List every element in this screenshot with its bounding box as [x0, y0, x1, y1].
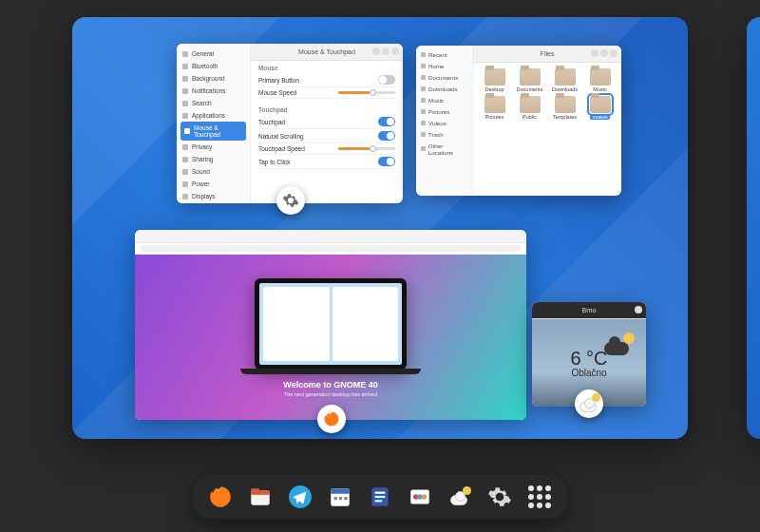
- settings-app-badge[interactable]: [276, 186, 305, 215]
- browser-content: Welcome to GNOME 40 The next generation …: [135, 255, 526, 420]
- touchpad-speed-slider[interactable]: [338, 147, 395, 150]
- folder-item[interactable]: Documents: [514, 68, 545, 92]
- settings-window[interactable]: General Bluetooth Background Notificatio…: [177, 44, 403, 203]
- browser-urlbar[interactable]: [135, 243, 526, 255]
- video-icon: [421, 121, 426, 125]
- touchpad-label: Touchpad: [258, 119, 285, 125]
- folder-icon: [520, 96, 541, 113]
- natural-scroll-label: Natural Scrolling: [258, 133, 304, 140]
- folder-item[interactable]: Downloads: [549, 68, 580, 92]
- place-videos[interactable]: Videos: [416, 117, 472, 128]
- browser-tabbar[interactable]: [135, 230, 526, 243]
- address-input[interactable]: [141, 245, 521, 252]
- firefox-app-badge[interactable]: [317, 405, 346, 433]
- place-documents[interactable]: Documents: [416, 71, 472, 83]
- picture-icon: [421, 109, 426, 114]
- svg-rect-10: [344, 497, 347, 500]
- place-trash[interactable]: Trash: [416, 128, 472, 140]
- sidebar-item-privacy[interactable]: Privacy: [177, 141, 250, 153]
- weather-city: Brno: [582, 307, 597, 314]
- share-icon: [182, 157, 188, 162]
- primary-button-label: Primary Button: [258, 77, 299, 84]
- dock-weather[interactable]: [446, 483, 474, 511]
- folder-icon: [590, 68, 611, 86]
- browser-window[interactable]: Welcome to GNOME 40 The next generation …: [135, 230, 526, 420]
- mouse-heading: Mouse: [258, 65, 395, 71]
- touchpad-heading: Touchpad: [258, 106, 395, 113]
- sidebar-item-applications[interactable]: Applications: [177, 109, 250, 122]
- files-title: Files: [541, 50, 555, 57]
- sidebar-item-sound[interactable]: Sound: [177, 165, 250, 178]
- workspace-thumbnail[interactable]: General Bluetooth Background Notificatio…: [72, 17, 688, 439]
- workspace-thumbnail-next[interactable]: [747, 17, 760, 439]
- folder-icon: [555, 68, 576, 86]
- dock-show-applications[interactable]: [525, 483, 554, 511]
- software-icon: [408, 484, 432, 509]
- partly-cloudy-icon: [580, 395, 598, 412]
- primary-button-toggle[interactable]: [378, 75, 395, 85]
- place-music[interactable]: Music: [416, 94, 472, 105]
- sidebar-item-sharing[interactable]: Sharing: [177, 153, 250, 165]
- dock-todo[interactable]: [366, 483, 394, 511]
- touchpad-toggle[interactable]: [378, 117, 395, 126]
- sidebar-item-power[interactable]: Power: [177, 178, 250, 190]
- sidebar-item-bluetooth[interactable]: Bluetooth: [177, 60, 250, 72]
- calendar-icon: [328, 484, 352, 509]
- firefox-icon: [208, 484, 233, 509]
- document-icon: [421, 75, 426, 80]
- place-recent[interactable]: Recent: [416, 48, 472, 60]
- maximize-button[interactable]: [382, 48, 390, 55]
- place-pictures[interactable]: Pictures: [416, 105, 472, 117]
- dock-calendar[interactable]: [326, 483, 354, 511]
- sidebar-item-general[interactable]: General: [177, 48, 250, 60]
- close-button[interactable]: [635, 306, 642, 314]
- dock-telegram[interactable]: [286, 483, 314, 511]
- search-icon: [182, 101, 188, 106]
- dock-files[interactable]: [246, 483, 275, 511]
- dock-settings[interactable]: [485, 483, 514, 511]
- sidebar-item-mouse-touchpad[interactable]: Mouse & Touchpad: [180, 122, 246, 141]
- dock-software[interactable]: [406, 483, 434, 511]
- dock: [193, 475, 567, 519]
- maximize-button[interactable]: [600, 49, 608, 57]
- sidebar-item-displays[interactable]: Displays: [177, 190, 250, 202]
- svg-rect-9: [339, 497, 342, 500]
- mouse-speed-slider[interactable]: [338, 91, 395, 94]
- close-button[interactable]: [391, 48, 399, 55]
- sidebar-item-background[interactable]: Background: [177, 72, 250, 85]
- folder-item[interactable]: Desktop: [479, 68, 510, 92]
- settings-title: Mouse & Touchpad: [298, 48, 355, 55]
- minimize-button[interactable]: [372, 48, 380, 55]
- folder-icon: [555, 96, 576, 113]
- natural-scroll-toggle[interactable]: [378, 131, 395, 141]
- place-home[interactable]: Home: [416, 60, 472, 71]
- tap-click-toggle[interactable]: [378, 157, 395, 166]
- close-button[interactable]: [610, 49, 618, 57]
- weather-titlebar: Brno: [532, 302, 646, 319]
- folder-item[interactable]: Templates: [549, 96, 580, 120]
- svg-rect-14: [375, 500, 383, 502]
- weather-app-badge[interactable]: [575, 390, 603, 418]
- speaker-icon: [182, 169, 188, 175]
- svg-rect-13: [375, 496, 386, 498]
- settings-sidebar: General Bluetooth Background Notificatio…: [177, 44, 251, 203]
- music-icon: [421, 98, 426, 103]
- sidebar-item-notifications[interactable]: Notifications: [177, 85, 250, 97]
- files-window[interactable]: Recent Home Documents Downloads Music Pi…: [416, 46, 621, 196]
- minimize-button[interactable]: [591, 49, 598, 57]
- folder-icon: [484, 96, 505, 113]
- place-other[interactable]: Other Locations: [416, 140, 472, 158]
- files-titlebar: Files: [473, 46, 621, 63]
- dock-firefox[interactable]: [206, 483, 235, 511]
- folder-item[interactable]: Music: [584, 68, 616, 92]
- sidebar-item-search[interactable]: Search: [177, 97, 250, 109]
- grid-icon: [182, 113, 188, 119]
- apps-grid-icon: [528, 485, 551, 508]
- todo-icon: [368, 484, 392, 509]
- folder-item[interactable]: Public: [514, 96, 545, 120]
- folder-item[interactable]: Pictures: [479, 96, 510, 120]
- folder-item-selected[interactable]: Videos: [584, 96, 616, 120]
- firefox-icon: [323, 410, 340, 428]
- bell-icon: [182, 88, 188, 94]
- place-downloads[interactable]: Downloads: [416, 83, 472, 94]
